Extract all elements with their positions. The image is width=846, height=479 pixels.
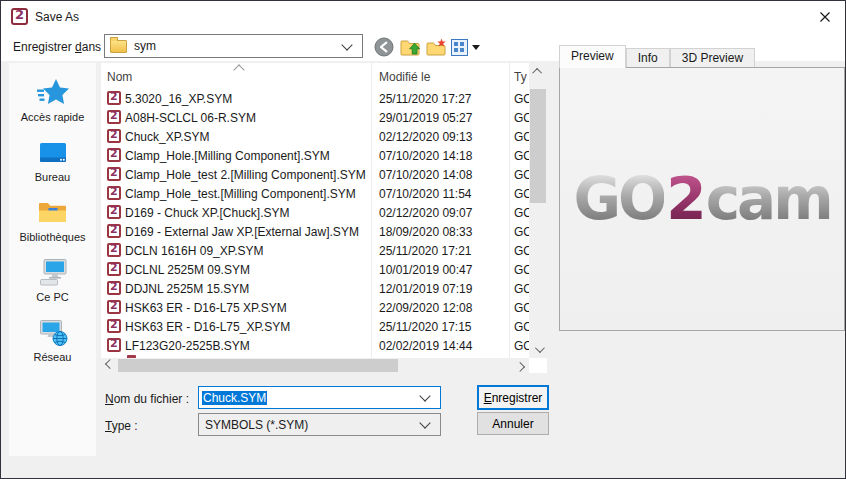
sym-file-icon	[107, 167, 121, 181]
cancel-button[interactable]: Annuler	[477, 412, 549, 435]
this-pc-icon	[37, 256, 69, 288]
vertical-scrollbar-thumb[interactable]	[530, 89, 546, 203]
file-modified: 25/11/2020 17:15	[379, 320, 472, 334]
places-sidebar: Accès rapide Bureau Bibliothèques	[9, 63, 96, 456]
file-name: Chuck_XP.SYM	[125, 130, 210, 144]
file-type: GO	[514, 111, 529, 125]
file-modified: 10/01/2019 00:47	[379, 263, 472, 277]
file-name: D169 - External Jaw XP.[External Jaw].SY…	[125, 225, 359, 239]
horizontal-scrollbar[interactable]	[101, 358, 529, 373]
scroll-down-icon[interactable]	[529, 341, 547, 358]
back-button[interactable]	[372, 35, 396, 59]
column-header-name[interactable]: Nom	[107, 70, 132, 84]
file-row[interactable]: DDJNL 2525M 15.SYM 12/01/2019 07:19 GO	[101, 279, 529, 298]
sym-file-icon	[107, 205, 121, 219]
file-name: Clamp_Hole.[Milling Component].SYM	[125, 149, 330, 163]
filetype-dropdown[interactable]: SYMBOLS (*.SYM)	[198, 413, 441, 436]
view-menu-button[interactable]	[449, 35, 481, 59]
file-row[interactable]: HSK63 ER - D16-L75 XP.SYM 22/09/2020 12:…	[101, 298, 529, 317]
file-name: Clamp_Hole_test 2.[Milling Component].SY…	[125, 168, 366, 182]
chevron-down-icon	[419, 417, 430, 428]
sym-file-icon	[107, 281, 121, 295]
file-list-header: Nom Modifié le Ty	[101, 63, 529, 89]
file-type: GO	[514, 206, 529, 220]
column-header-type[interactable]: Ty	[514, 70, 529, 84]
file-row[interactable]: DCLNL 2525M 09.SYM 10/01/2019 00:47 GO	[101, 260, 529, 279]
file-type: GO	[514, 263, 529, 277]
file-modified: 07/10/2020 11:54	[379, 187, 472, 201]
sidebar-item-network[interactable]: Réseau	[9, 316, 96, 376]
file-type: GO	[514, 244, 529, 258]
file-modified: 25/11/2020 17:21	[379, 244, 472, 258]
libraries-icon	[37, 196, 69, 228]
file-type: GO	[514, 282, 529, 296]
title-bar: Save As	[1, 1, 845, 32]
file-row[interactable]: Clamp_Hole.[Milling Component].SYM 07/10…	[101, 146, 529, 165]
file-name: DCLN 1616H 09_XP.SYM	[125, 244, 264, 258]
sym-file-icon	[107, 224, 121, 238]
filetype-label: Type :	[105, 419, 138, 433]
file-modified: 29/01/2019 05:27	[379, 111, 472, 125]
chevron-down-icon	[341, 39, 352, 50]
file-row[interactable]: Clamp_Hole_test 2.[Milling Component].SY…	[101, 165, 529, 184]
tab-preview[interactable]: Preview	[559, 45, 626, 68]
view-menu-icon	[451, 39, 468, 56]
menu-arrow-icon	[472, 45, 480, 50]
file-row[interactable]: LF123G20-2525B.SYM 02/02/2019 14:44 GO	[101, 336, 529, 355]
sym-file-icon	[107, 91, 121, 105]
file-name: Clamp_Hole_test.[Milling Component].SYM	[125, 187, 356, 201]
sym-file-icon	[107, 338, 121, 352]
horizontal-scrollbar-thumb[interactable]	[118, 359, 398, 372]
file-modified: 22/09/2020 12:08	[379, 301, 472, 315]
sidebar-item-quick-access[interactable]: Accès rapide	[9, 76, 96, 136]
file-row[interactable]: D169 - External Jaw XP.[External Jaw].SY…	[101, 222, 529, 241]
file-row[interactable]: DCLN 1616H 09_XP.SYM 25/11/2020 17:21 GO	[101, 241, 529, 260]
file-modified: 12/01/2019 07:19	[379, 282, 472, 296]
location-value: sym	[134, 39, 156, 53]
location-dropdown[interactable]: sym	[104, 34, 363, 58]
new-folder-button[interactable]	[424, 35, 448, 59]
file-type: GO	[514, 130, 529, 144]
sym-file-icon	[107, 262, 121, 276]
file-type: GO	[514, 187, 529, 201]
preview-area: GO2cam	[559, 67, 845, 331]
tab-3d-preview[interactable]: 3D Preview	[670, 48, 755, 68]
vertical-scrollbar[interactable]	[529, 63, 547, 358]
file-list: 5.3020_16_XP.SYM 25/11/2020 17:27 GO A08…	[101, 89, 529, 355]
up-one-level-button[interactable]	[398, 35, 422, 59]
file-modified: 07/10/2020 14:18	[379, 149, 472, 163]
new-folder-icon	[426, 38, 447, 57]
file-name: LF123G20-2525B.SYM	[125, 339, 250, 353]
file-type: GO	[514, 320, 529, 334]
file-row[interactable]: A08H-SCLCL 06-R.SYM 29/01/2019 05:27 GO	[101, 108, 529, 127]
scroll-up-icon[interactable]	[529, 63, 547, 80]
sidebar-item-desktop[interactable]: Bureau	[9, 136, 96, 196]
save-button[interactable]: Enregistrer	[477, 385, 549, 410]
file-row[interactable]: Clamp_Hole_test.[Milling Component].SYM …	[101, 184, 529, 203]
file-row[interactable]: HSK63 ER - D16-L75_XP.SYM 25/11/2020 17:…	[101, 317, 529, 336]
file-row[interactable]: 5.3020_16_XP.SYM 25/11/2020 17:27 GO	[101, 89, 529, 108]
file-type: GO	[514, 149, 529, 163]
file-name: DCLNL 2525M 09.SYM	[125, 263, 250, 277]
file-type: GO	[514, 92, 529, 106]
file-row[interactable]: Chuck_XP.SYM 02/12/2020 09:13 GO	[101, 127, 529, 146]
chevron-down-icon	[419, 390, 430, 401]
sym-file-icon	[107, 148, 121, 162]
scroll-left-icon[interactable]	[101, 358, 116, 373]
column-header-modified[interactable]: Modifié le	[379, 70, 430, 84]
close-button[interactable]	[805, 1, 845, 32]
file-type: GO	[514, 301, 529, 315]
filename-value: Chuck.SYM	[202, 391, 267, 405]
folder-icon	[110, 40, 127, 53]
file-modified: 18/09/2020 08:33	[379, 225, 472, 239]
save-in-label: Enregistrer dans :	[13, 40, 108, 54]
file-row[interactable]: D169 - Chuck XP.[Chuck].SYM 02/12/2020 0…	[101, 203, 529, 222]
filename-input[interactable]: Chuck.SYM	[198, 386, 441, 409]
tab-info[interactable]: Info	[626, 48, 670, 68]
sym-file-icon	[107, 243, 121, 257]
sidebar-item-this-pc[interactable]: Ce PC	[9, 256, 96, 316]
sym-file-icon	[107, 319, 121, 333]
file-modified: 07/10/2020 14:08	[379, 168, 472, 182]
scroll-right-icon[interactable]	[514, 358, 529, 373]
sidebar-item-libraries[interactable]: Bibliothèques	[9, 196, 96, 256]
